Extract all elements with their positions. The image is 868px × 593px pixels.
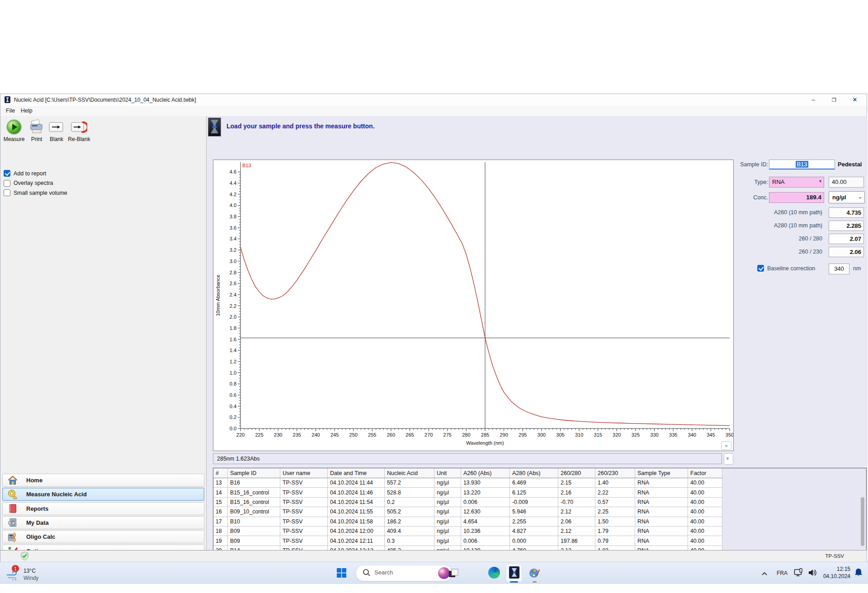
table-cell[interactable]: 5.946 — [510, 507, 558, 517]
table-cell[interactable]: 557.2 — [385, 478, 434, 488]
table-row[interactable]: 18B09TP-SSV04.10.2024 12:00409.4ng/µl10.… — [213, 527, 722, 536]
table-cell[interactable]: 04.10.2024 11:54 — [328, 498, 385, 507]
baseline-correction-checkbox[interactable] — [757, 265, 764, 272]
table-cell[interactable]: 04.10.2024 11:58 — [328, 517, 385, 527]
table-cell[interactable]: 0.000 — [510, 536, 558, 546]
tray-time[interactable]: 12:15 — [834, 566, 850, 572]
sidebar-item-my-data[interactable]: My Data — [2, 516, 204, 529]
table-cell[interactable]: 40.00 — [688, 527, 722, 536]
close-icon[interactable]: ✕ — [845, 94, 865, 106]
table-cell[interactable]: 12.630 — [461, 507, 510, 517]
type-combo[interactable]: RNA▾ — [769, 177, 824, 188]
table-cell[interactable]: B09_10_control — [228, 507, 280, 517]
table-cell[interactable]: -0.009 — [510, 498, 558, 507]
table-cell[interactable]: 40.00 — [688, 517, 722, 527]
table-cell[interactable]: TP-SSV — [280, 527, 328, 536]
table-cell[interactable]: ng/µl — [434, 517, 461, 527]
table-cell[interactable]: 40.00 — [688, 488, 722, 497]
table-cell[interactable]: 40.00 — [688, 507, 722, 517]
restore-icon[interactable]: ❐ — [824, 94, 844, 106]
table-cell[interactable]: 04.10.2024 11:46 — [328, 488, 385, 497]
sidebar-item-oligo-calc[interactable]: Oligo Calc — [2, 530, 204, 543]
table-cell[interactable]: 0.79 — [595, 536, 635, 546]
table-cell[interactable]: 0.57 — [595, 498, 635, 507]
table-cell[interactable]: B10 — [228, 517, 280, 527]
conc-field[interactable]: 189.4 — [769, 192, 824, 203]
table-cell[interactable]: 6.469 — [510, 478, 558, 488]
table-cell[interactable]: 04.10.2024 12:00 — [328, 527, 385, 536]
table-cell[interactable]: TP-SSV — [280, 536, 328, 546]
add-to-report-checkbox-row[interactable]: Add to report — [4, 170, 46, 177]
table-cell[interactable]: 4.654 — [461, 517, 510, 527]
network-icon[interactable] — [794, 568, 804, 579]
table-cell[interactable]: 186.2 — [385, 517, 434, 527]
tray-date[interactable]: 04.10.2024 — [820, 573, 850, 579]
table-cell[interactable]: 14 — [213, 488, 228, 497]
table-cell[interactable]: 2.22 — [595, 488, 635, 497]
table-cell[interactable]: RNA — [635, 517, 688, 527]
table-row[interactable]: 14B15_16_controlTP-SSV04.10.2024 11:4652… — [213, 488, 722, 497]
table-cell[interactable]: 2.255 — [510, 517, 558, 527]
table-cell[interactable]: 13.220 — [461, 488, 510, 497]
table-row[interactable]: 17B10TP-SSV04.10.2024 11:58186.2ng/µl4.6… — [213, 517, 722, 527]
notification-bell-icon[interactable] — [854, 568, 863, 579]
table-cell[interactable]: ng/µl — [434, 498, 461, 507]
table-cell[interactable]: 0.006 — [461, 498, 510, 507]
table-cell[interactable]: 409.4 — [385, 527, 434, 536]
table-cell[interactable]: 0.2 — [385, 498, 434, 507]
sidebar-item-home[interactable]: Home — [2, 474, 204, 487]
table-cell[interactable]: TP-SSV — [280, 517, 328, 527]
table-cell[interactable]: 2.12 — [558, 527, 595, 536]
table-cell[interactable]: -0.70 — [558, 498, 595, 507]
table-cell[interactable]: RNA — [635, 488, 688, 497]
table-row[interactable]: 16B09_10_controlTP-SSV04.10.2024 11:5550… — [213, 507, 722, 517]
table-cell[interactable]: 2.12 — [558, 507, 595, 517]
minimize-icon[interactable]: – — [803, 94, 823, 106]
small-sample-volume-checkbox-row[interactable]: Small sample volume — [4, 189, 67, 196]
table-cell[interactable]: 505.2 — [385, 507, 434, 517]
table-cell[interactable]: B16 — [228, 478, 280, 488]
table-cell[interactable]: RNA — [635, 498, 688, 507]
table-cell[interactable]: B15_16_control — [228, 488, 280, 497]
table-cell[interactable]: 2.15 — [558, 478, 595, 488]
table-cell[interactable]: 40.00 — [688, 536, 722, 546]
measure-button[interactable]: Measure — [3, 119, 25, 142]
table-cell[interactable]: 17 — [213, 517, 228, 527]
weather-widget[interactable]: 1 13°C Windy — [5, 564, 55, 582]
table-cell[interactable]: 04.10.2024 11:55 — [328, 507, 385, 517]
small-sample-volume-checkbox[interactable] — [4, 189, 10, 196]
table-row[interactable]: 19B09TP-SSV04.10.2024 12:110.3ng/µl0.006… — [213, 536, 722, 546]
table-cell[interactable]: TP-SSV — [280, 498, 328, 507]
table-cell[interactable]: 40.00 — [688, 498, 722, 507]
table-cell[interactable]: 1.40 — [595, 478, 635, 488]
table-cell[interactable]: RNA — [635, 536, 688, 546]
table-cell[interactable]: 2.06 — [558, 517, 595, 527]
table-cell[interactable]: 15 — [213, 498, 228, 507]
search-input[interactable]: Search — [356, 565, 453, 581]
table-cell[interactable]: 0.3 — [385, 536, 434, 546]
table-cell[interactable]: ng/µl — [434, 507, 461, 517]
conc-unit-combo[interactable]: ng/µl⌄ — [829, 191, 865, 203]
table-cell[interactable]: TP-SSV — [280, 507, 328, 517]
table-cell[interactable]: 40.00 — [688, 478, 722, 488]
reblank-button[interactable]: Re-Blank — [67, 119, 91, 142]
tray-language[interactable]: FRA — [777, 570, 788, 576]
table-cell[interactable]: 16 — [213, 507, 228, 517]
table-cell[interactable]: 528.8 — [385, 488, 434, 497]
menu-file[interactable]: File — [6, 108, 15, 114]
overlay-spectra-checkbox-row[interactable]: Overlay spectra — [4, 180, 53, 187]
collapse-left-icon[interactable]: « — [721, 441, 731, 450]
table-cell[interactable]: B09 — [228, 536, 280, 546]
menu-help[interactable]: Help — [21, 108, 33, 114]
volume-icon[interactable] — [807, 568, 817, 579]
sample-id-input[interactable]: B13 — [769, 160, 835, 169]
paint-app-icon[interactable] — [528, 567, 540, 579]
task-view-icon[interactable] — [448, 568, 459, 579]
table-cell[interactable]: 19 — [213, 536, 228, 546]
baseline-wavelength-input[interactable]: 340 — [829, 264, 849, 274]
table-cell[interactable]: 1.79 — [595, 527, 635, 536]
table-cell[interactable]: RNA — [635, 527, 688, 536]
tray-chevron-up-icon[interactable] — [761, 569, 768, 578]
overlay-spectra-checkbox[interactable] — [4, 180, 10, 187]
table-cell[interactable]: TP-SSV — [280, 488, 328, 497]
